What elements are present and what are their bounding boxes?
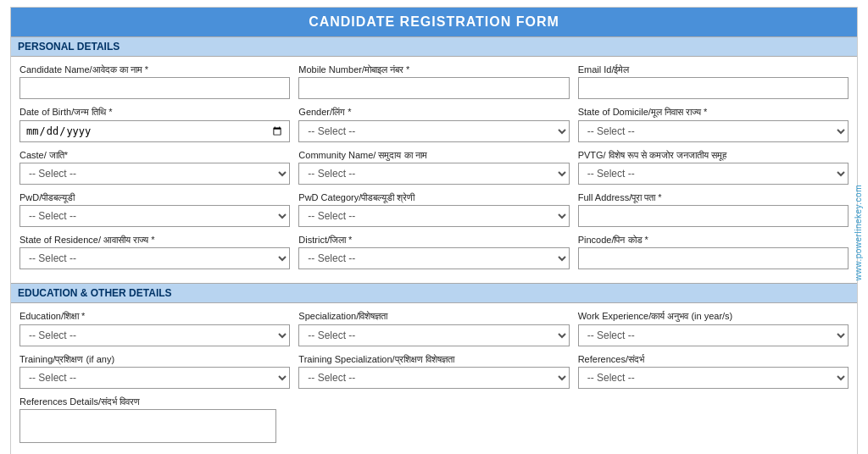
full-address-label: Full Address/पूरा पता * [578, 191, 849, 203]
work-experience-group: Work Experience/कार्य अनुभव (in year/s) … [578, 310, 849, 346]
community-name-select[interactable]: -- Select -- [298, 163, 569, 185]
training-select[interactable]: -- Select -- [19, 367, 290, 389]
state-residence-group: State of Residence/ आवासीय राज्य * -- Se… [19, 234, 290, 269]
education-form-body: Education/शिक्षा * -- Select -- Speciali… [11, 303, 857, 454]
gender-select[interactable]: -- Select -- [298, 120, 569, 142]
watermark-container: www.powerlinekey.com [849, 0, 866, 454]
training-group: Training/प्रशिक्षण (if any) -- Select -- [19, 353, 290, 389]
district-label: District/जिला * [298, 234, 569, 246]
state-residence-label: State of Residence/ आवासीय राज्य * [19, 234, 290, 246]
row-8: References Details/संदर्भ विवरण [19, 396, 849, 443]
community-name-group: Community Name/ समुदाय का नाम -- Select … [298, 149, 569, 185]
training-specialization-group: Training Specialization/प्रशिक्षण विशेषज… [298, 353, 569, 389]
references-group: References/संदर्भ -- Select -- [578, 353, 849, 389]
dob-group: Date of Birth/जन्म तिथि * [19, 106, 290, 141]
row-3: Caste/ जाति* -- Select -- Community Name… [19, 149, 849, 185]
caste-group: Caste/ जाति* -- Select -- [19, 149, 290, 185]
pwd-select[interactable]: -- Select -- [19, 205, 290, 227]
pwd-category-label: PwD Category/पीडबल्यूडी श्रेणी [298, 191, 569, 203]
pincode-input[interactable] [578, 247, 849, 269]
specialization-label: Specialization/विशेषज्ञता [298, 310, 569, 322]
references-details-label: References Details/संदर्भ विवरण [19, 396, 276, 407]
candidate-name-input[interactable] [19, 77, 290, 99]
caste-select[interactable]: -- Select -- [19, 163, 290, 185]
candidate-name-group: Candidate Name/आवेदक का नाम * [19, 64, 290, 99]
full-address-input[interactable] [578, 205, 849, 227]
pvtg-select[interactable]: -- Select -- [578, 163, 849, 185]
row-7: Training/प्रशिक्षण (if any) -- Select --… [19, 353, 849, 389]
mobile-number-group: Mobile Number/मोबाइल नंबर * [298, 64, 569, 99]
row-1: Candidate Name/आवेदक का नाम * Mobile Num… [19, 64, 849, 99]
specialization-select[interactable]: -- Select -- [298, 324, 569, 346]
pwd-label: PwD/पीडबल्यूडी [19, 191, 290, 203]
references-select[interactable]: -- Select -- [578, 367, 849, 389]
form-title: CANDIDATE REGISTRATION FORM [11, 8, 857, 36]
personal-form-body: Candidate Name/आवेदक का नाम * Mobile Num… [11, 57, 857, 283]
training-label: Training/प्रशिक्षण (if any) [19, 353, 290, 365]
specialization-group: Specialization/विशेषज्ञता -- Select -- [298, 310, 569, 346]
form-wrapper: CANDIDATE REGISTRATION FORM PERSONAL DET… [10, 7, 858, 454]
training-specialization-select[interactable]: -- Select -- [298, 367, 569, 389]
references-label: References/संदर्भ [578, 353, 849, 365]
pwd-category-select[interactable]: -- Select -- [298, 205, 569, 227]
education-section-header: EDUCATION & OTHER DETAILS [11, 283, 857, 303]
work-experience-label: Work Experience/कार्य अनुभव (in year/s) [578, 310, 849, 322]
district-select[interactable]: -- Select -- [298, 247, 569, 269]
state-residence-select[interactable]: -- Select -- [19, 247, 290, 269]
row-2: Date of Birth/जन्म तिथि * Gender/लिंग * … [19, 106, 849, 141]
state-domicile-label: State of Domicile/मूल निवास राज्य * [578, 106, 849, 118]
dob-label: Date of Birth/जन्म तिथि * [19, 106, 290, 118]
education-select[interactable]: -- Select -- [19, 324, 290, 346]
mobile-number-label: Mobile Number/मोबाइल नंबर * [298, 64, 569, 75]
pvtg-group: PVTG/ विशेष रूप से कमजोर जनजातीय समूह --… [578, 149, 849, 185]
caste-label: Caste/ जाति* [19, 149, 290, 161]
email-id-input[interactable] [578, 77, 849, 99]
community-name-label: Community Name/ समुदाय का नाम [298, 149, 569, 161]
gender-group: Gender/लिंग * -- Select -- [298, 106, 569, 141]
pwd-group: PwD/पीडबल्यूडी -- Select -- [19, 191, 290, 227]
pincode-group: Pincode/पिन कोड * [578, 234, 849, 269]
district-group: District/जिला * -- Select -- [298, 234, 569, 269]
full-address-group: Full Address/पूरा पता * [578, 191, 849, 227]
pvtg-label: PVTG/ विशेष रूप से कमजोर जनजातीय समूह [578, 149, 849, 161]
education-group: Education/शिक्षा * -- Select -- [19, 310, 290, 346]
work-experience-select[interactable]: -- Select -- [578, 324, 849, 346]
training-specialization-label: Training Specialization/प्रशिक्षण विशेषज… [298, 353, 569, 365]
references-details-group: References Details/संदर्भ विवरण [19, 396, 276, 443]
dob-input[interactable] [19, 120, 290, 142]
state-domicile-group: State of Domicile/मूल निवास राज्य * -- S… [578, 106, 849, 141]
pincode-label: Pincode/पिन कोड * [578, 234, 849, 246]
row-6: Education/शिक्षा * -- Select -- Speciali… [19, 310, 849, 346]
personal-section-header: PERSONAL DETAILS [11, 36, 857, 57]
email-id-label: Email Id/ईमेल [578, 64, 849, 75]
candidate-name-label: Candidate Name/आवेदक का नाम * [19, 64, 290, 75]
email-id-group: Email Id/ईमेल [578, 64, 849, 99]
mobile-number-input[interactable] [298, 77, 569, 99]
state-domicile-select[interactable]: -- Select -- [578, 120, 849, 142]
pwd-category-group: PwD Category/पीडबल्यूडी श्रेणी -- Select… [298, 191, 569, 227]
watermark-text: www.powerlinekey.com [854, 185, 863, 280]
row-4: PwD/पीडबल्यूडी -- Select -- PwD Category… [19, 191, 849, 227]
gender-label: Gender/लिंग * [298, 106, 569, 118]
education-label: Education/शिक्षा * [19, 310, 290, 322]
row-5: State of Residence/ आवासीय राज्य * -- Se… [19, 234, 849, 269]
references-details-textarea[interactable] [19, 409, 276, 443]
